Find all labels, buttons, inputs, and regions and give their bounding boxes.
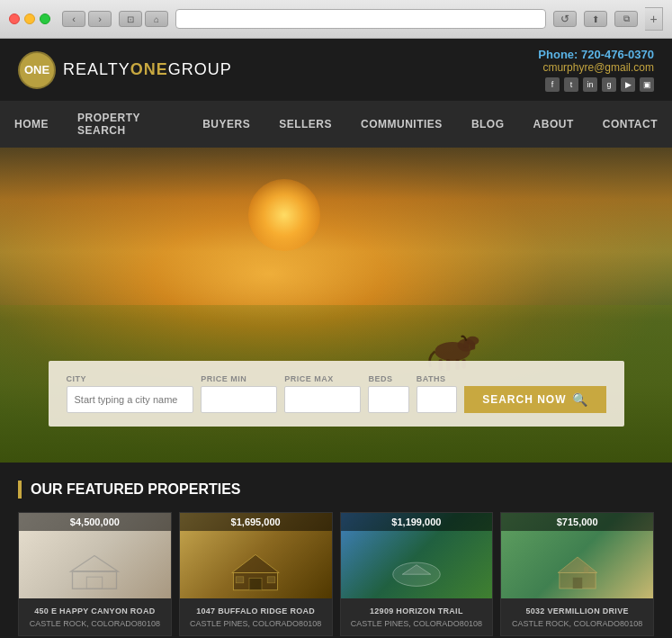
contact-info: Phone: 720-476-0370 cmurphyre@gmail.com … [538,48,654,92]
beds-input[interactable] [368,386,408,413]
home-button[interactable]: ⌂ [145,11,168,27]
maximize-button[interactable] [40,13,50,24]
property-card-3[interactable]: $1,199,000 12909 HORIZON TRAIL CASTLE PI… [340,512,494,636]
svg-rect-22 [584,566,588,572]
city-label: CITY [67,374,194,383]
nav-buyers[interactable]: BUYERS [188,107,264,141]
linkedin-icon[interactable]: in [583,77,597,92]
phone-number[interactable]: Phone: 720-476-0370 [538,48,654,61]
googleplus-icon[interactable]: g [602,77,616,92]
price-min-label: PRICE MIN [201,374,277,383]
section-title-text: OUR FEATURED PROPERTIES [31,481,241,498]
close-button[interactable] [9,13,20,24]
nav-about[interactable]: ABOUT [519,107,588,141]
property-price-4: $715,000 [501,513,653,531]
property-price-2: $1,695,000 [180,513,332,531]
nav-blog[interactable]: BLOG [457,107,519,141]
price-max-label: PRICE MAX [284,374,361,383]
rss-icon[interactable]: ▣ [640,77,654,92]
property-address-3: 12909 HORIZON TRAIL [348,606,486,617]
logo-icon: ONE [18,51,56,89]
site-header: ONE REALTYONEGROUP Phone: 720-476-0370 c… [0,39,672,101]
property-info-1: 450 E HAPPY CANYON ROAD CASTLE ROCK, COL… [19,598,171,635]
property-card-2[interactable]: $1,695,000 1047 BUFFALO RIDGE ROAD CASTL… [179,512,333,636]
search-button-label: SEARCH NOW [482,393,566,406]
twitter-icon[interactable]: t [564,77,578,92]
price-min-field-group: PRICE MIN [201,374,277,413]
beds-field-group: BEDS [368,374,408,413]
svg-marker-19 [558,557,597,573]
phone-label: Phone: [538,48,578,61]
expand-button[interactable]: ⧉ [614,11,638,27]
search-icon: 🔍 [572,392,588,407]
logo-suffix: GROUP [168,60,232,78]
youtube-icon[interactable]: ▶ [621,77,635,92]
property-info-2: 1047 BUFFALO RIDGE ROAD CASTLE PINES, CO… [180,598,332,635]
property-image-2: $1,695,000 [180,513,332,598]
website-content: ONE REALTYONEGROUP Phone: 720-476-0370 c… [0,39,672,638]
nav-property-search[interactable]: PROPERTY SEARCH [63,101,188,148]
property-city-4: CASTLE ROCK, COLORADO80108 [508,619,646,628]
baths-label: BATHS [417,374,457,383]
svg-rect-14 [249,579,262,590]
minimize-button[interactable] [24,13,35,24]
svg-rect-15 [236,577,244,583]
city-input[interactable] [67,386,194,413]
forward-button[interactable]: › [88,11,112,27]
traffic-lights [9,13,50,24]
nav-sellers[interactable]: SELLERS [264,107,346,141]
svg-rect-16 [267,577,275,583]
phone-value: 720-476-0370 [581,48,654,61]
logo-area[interactable]: ONE REALTYONEGROUP [18,51,232,89]
svg-marker-9 [71,556,119,572]
reader-view-button[interactable]: ⊡ [119,11,142,27]
back-button[interactable]: ‹ [62,11,85,27]
property-address-2: 1047 BUFFALO RIDGE ROAD [187,606,325,617]
baths-field-group: BATHS [417,374,457,413]
browser-chrome: ‹ › ⊡ ⌂ ↺ ⬆ ⧉ + [0,0,672,39]
main-navigation: HOME PROPERTY SEARCH BUYERS SELLERS COMM… [0,101,672,148]
hero-section: CITY PRICE MIN PRICE MAX BEDS BATHS [0,148,672,463]
new-tab-button[interactable]: + [645,7,663,31]
address-bar[interactable] [175,9,546,29]
nav-communities[interactable]: COMMUNITIES [346,107,457,141]
property-price-1: $4,500,000 [19,513,171,531]
property-image-1: $4,500,000 [19,513,171,598]
title-bar-decoration [18,481,22,499]
property-info-3: 12909 HORIZON TRAIL CASTLE PINES, COLORA… [341,598,493,635]
property-city-3: CASTLE PINES, COLORADO80108 [348,619,486,628]
svg-marker-12 [232,554,280,572]
price-min-input[interactable] [201,386,277,413]
property-image-4: $715,000 [501,513,653,598]
social-icons: f t in g ▶ ▣ [538,77,654,92]
property-image-3: $1,199,000 [341,513,493,598]
property-price-3: $1,199,000 [341,513,493,531]
svg-rect-8 [470,343,475,349]
logo-bold: ONE [130,60,168,78]
property-card-4[interactable]: $715,000 5032 VERMILLION DRIVE CASTLE RO… [500,512,654,636]
share-button[interactable]: ⬆ [584,11,607,27]
property-address-1: 450 E HAPPY CANYON ROAD [26,606,164,617]
nav-contact[interactable]: CONTACT [588,107,672,141]
beds-label: BEDS [368,374,408,383]
baths-input[interactable] [417,386,457,413]
property-address-4: 5032 VERMILLION DRIVE [508,606,646,617]
property-card-1[interactable]: $4,500,000 450 E HAPPY CANYON ROAD CASTL… [18,512,172,636]
search-button[interactable]: SEARCH NOW 🔍 [464,386,605,413]
featured-section: OUR FEATURED PROPERTIES $4,500,000 450 E… [0,463,672,638]
city-field-group: CITY [67,374,194,413]
search-form: CITY PRICE MIN PRICE MAX BEDS BATHS [49,361,624,427]
properties-grid: $4,500,000 450 E HAPPY CANYON ROAD CASTL… [18,512,654,636]
price-max-input[interactable] [284,386,361,413]
property-city-1: CASTLE ROCK, COLORADO80108 [26,619,164,628]
section-title: OUR FEATURED PROPERTIES [18,481,654,499]
reload-button[interactable]: ↺ [553,11,577,27]
svg-rect-21 [572,578,582,589]
nav-home[interactable]: HOME [0,107,63,141]
price-max-field-group: PRICE MAX [284,374,361,413]
facebook-icon[interactable]: f [545,77,560,92]
email-address[interactable]: cmurphyre@gmail.com [538,61,654,74]
hero-sun [248,179,320,251]
logo-text: REALTYONEGROUP [63,60,232,79]
logo-prefix: REALTY [63,60,130,78]
